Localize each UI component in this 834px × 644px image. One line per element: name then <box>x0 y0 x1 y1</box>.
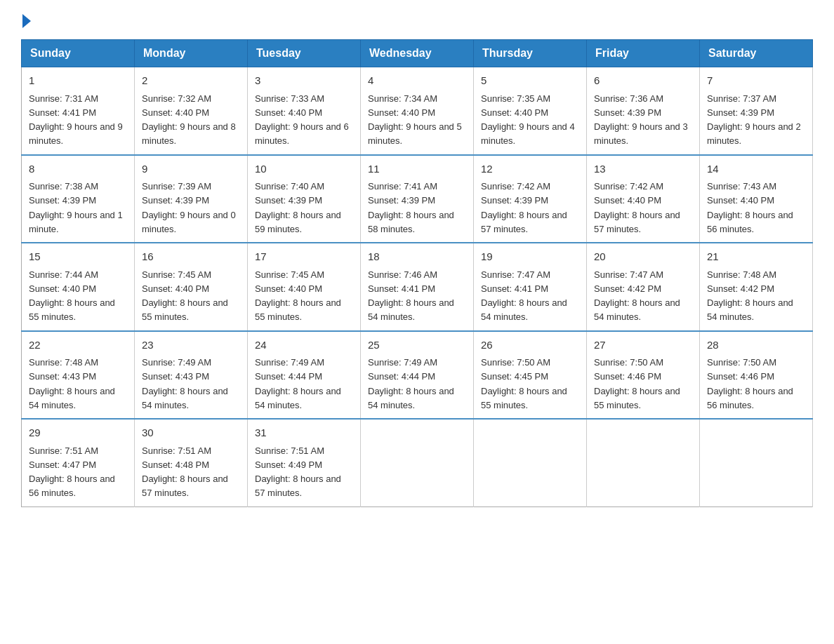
day-info: Sunrise: 7:34 AMSunset: 4:40 PMDaylight:… <box>368 93 462 147</box>
logo <box>21 14 31 25</box>
day-number: 27 <box>594 337 692 354</box>
calendar-cell: 25Sunrise: 7:49 AMSunset: 4:44 PMDayligh… <box>361 331 474 420</box>
calendar-cell <box>361 419 474 507</box>
day-info: Sunrise: 7:51 AMSunset: 4:48 PMDaylight:… <box>142 445 228 499</box>
day-number: 21 <box>707 249 805 265</box>
day-of-week-header: Wednesday <box>361 40 474 67</box>
day-number: 13 <box>594 161 692 177</box>
day-number: 18 <box>368 249 466 265</box>
day-info: Sunrise: 7:39 AMSunset: 4:39 PMDaylight:… <box>142 181 236 234</box>
day-number: 30 <box>142 425 240 441</box>
day-number: 24 <box>255 337 353 354</box>
day-info: Sunrise: 7:47 AMSunset: 4:41 PMDaylight:… <box>481 269 567 323</box>
day-number: 10 <box>255 161 353 177</box>
day-number: 19 <box>481 249 579 265</box>
day-number: 20 <box>594 249 692 265</box>
day-info: Sunrise: 7:45 AMSunset: 4:40 PMDaylight:… <box>255 269 341 323</box>
day-number: 11 <box>368 161 466 177</box>
day-number: 1 <box>29 73 127 89</box>
day-of-week-header: Monday <box>135 40 248 67</box>
day-info: Sunrise: 7:36 AMSunset: 4:39 PMDaylight:… <box>594 93 688 147</box>
calendar-cell: 17Sunrise: 7:45 AMSunset: 4:40 PMDayligh… <box>248 243 361 331</box>
calendar-cell: 10Sunrise: 7:40 AMSunset: 4:39 PMDayligh… <box>248 155 361 243</box>
day-of-week-header: Saturday <box>700 40 813 67</box>
calendar-cell: 13Sunrise: 7:42 AMSunset: 4:40 PMDayligh… <box>587 155 700 243</box>
calendar-cell: 8Sunrise: 7:38 AMSunset: 4:39 PMDaylight… <box>22 155 135 243</box>
day-number: 8 <box>29 161 127 177</box>
day-info: Sunrise: 7:44 AMSunset: 4:40 PMDaylight:… <box>29 269 115 323</box>
day-info: Sunrise: 7:40 AMSunset: 4:39 PMDaylight:… <box>255 181 341 234</box>
calendar-cell: 12Sunrise: 7:42 AMSunset: 4:39 PMDayligh… <box>474 155 587 243</box>
day-number: 16 <box>142 249 240 265</box>
day-info: Sunrise: 7:50 AMSunset: 4:45 PMDaylight:… <box>481 357 567 410</box>
calendar-cell: 6Sunrise: 7:36 AMSunset: 4:39 PMDaylight… <box>587 67 700 155</box>
calendar-cell: 2Sunrise: 7:32 AMSunset: 4:40 PMDaylight… <box>135 67 248 155</box>
day-info: Sunrise: 7:31 AMSunset: 4:41 PMDaylight:… <box>29 93 123 147</box>
day-info: Sunrise: 7:48 AMSunset: 4:43 PMDaylight:… <box>29 357 115 410</box>
calendar-cell: 4Sunrise: 7:34 AMSunset: 4:40 PMDaylight… <box>361 67 474 155</box>
day-info: Sunrise: 7:41 AMSunset: 4:39 PMDaylight:… <box>368 181 454 234</box>
day-of-week-header: Tuesday <box>248 40 361 67</box>
calendar-cell: 31Sunrise: 7:51 AMSunset: 4:49 PMDayligh… <box>248 419 361 507</box>
day-number: 28 <box>707 337 805 354</box>
calendar-week-row: 29Sunrise: 7:51 AMSunset: 4:47 PMDayligh… <box>22 419 813 507</box>
day-number: 2 <box>142 73 240 89</box>
calendar-cell: 24Sunrise: 7:49 AMSunset: 4:44 PMDayligh… <box>248 331 361 420</box>
day-info: Sunrise: 7:42 AMSunset: 4:39 PMDaylight:… <box>481 181 567 234</box>
calendar-cell: 1Sunrise: 7:31 AMSunset: 4:41 PMDaylight… <box>22 67 135 155</box>
calendar-table: SundayMondayTuesdayWednesdayThursdayFrid… <box>21 39 813 507</box>
page-header <box>21 14 813 25</box>
day-info: Sunrise: 7:33 AMSunset: 4:40 PMDaylight:… <box>255 93 349 147</box>
day-number: 7 <box>707 73 805 89</box>
day-info: Sunrise: 7:46 AMSunset: 4:41 PMDaylight:… <box>368 269 454 323</box>
day-number: 14 <box>707 161 805 177</box>
calendar-header-row: SundayMondayTuesdayWednesdayThursdayFrid… <box>22 40 813 67</box>
calendar-cell: 9Sunrise: 7:39 AMSunset: 4:39 PMDaylight… <box>135 155 248 243</box>
day-info: Sunrise: 7:42 AMSunset: 4:40 PMDaylight:… <box>594 181 680 234</box>
day-number: 6 <box>594 73 692 89</box>
day-info: Sunrise: 7:50 AMSunset: 4:46 PMDaylight:… <box>594 357 680 410</box>
calendar-week-row: 8Sunrise: 7:38 AMSunset: 4:39 PMDaylight… <box>22 155 813 243</box>
calendar-cell: 5Sunrise: 7:35 AMSunset: 4:40 PMDaylight… <box>474 67 587 155</box>
calendar-week-row: 1Sunrise: 7:31 AMSunset: 4:41 PMDaylight… <box>22 67 813 155</box>
day-number: 9 <box>142 161 240 177</box>
calendar-cell: 14Sunrise: 7:43 AMSunset: 4:40 PMDayligh… <box>700 155 813 243</box>
day-of-week-header: Friday <box>587 40 700 67</box>
day-number: 12 <box>481 161 579 177</box>
calendar-cell: 30Sunrise: 7:51 AMSunset: 4:48 PMDayligh… <box>135 419 248 507</box>
day-info: Sunrise: 7:49 AMSunset: 4:44 PMDaylight:… <box>368 357 454 410</box>
calendar-cell: 26Sunrise: 7:50 AMSunset: 4:45 PMDayligh… <box>474 331 587 420</box>
day-info: Sunrise: 7:47 AMSunset: 4:42 PMDaylight:… <box>594 269 680 323</box>
day-info: Sunrise: 7:51 AMSunset: 4:47 PMDaylight:… <box>29 445 115 499</box>
calendar-cell: 19Sunrise: 7:47 AMSunset: 4:41 PMDayligh… <box>474 243 587 331</box>
calendar-cell: 18Sunrise: 7:46 AMSunset: 4:41 PMDayligh… <box>361 243 474 331</box>
calendar-cell: 20Sunrise: 7:47 AMSunset: 4:42 PMDayligh… <box>587 243 700 331</box>
day-number: 26 <box>481 337 579 354</box>
day-of-week-header: Thursday <box>474 40 587 67</box>
calendar-cell: 3Sunrise: 7:33 AMSunset: 4:40 PMDaylight… <box>248 67 361 155</box>
day-number: 25 <box>368 337 466 354</box>
calendar-cell: 29Sunrise: 7:51 AMSunset: 4:47 PMDayligh… <box>22 419 135 507</box>
day-of-week-header: Sunday <box>22 40 135 67</box>
logo-arrow-icon <box>22 14 31 28</box>
day-info: Sunrise: 7:45 AMSunset: 4:40 PMDaylight:… <box>142 269 228 323</box>
day-number: 17 <box>255 249 353 265</box>
day-info: Sunrise: 7:49 AMSunset: 4:43 PMDaylight:… <box>142 357 228 410</box>
calendar-cell <box>700 419 813 507</box>
calendar-week-row: 15Sunrise: 7:44 AMSunset: 4:40 PMDayligh… <box>22 243 813 331</box>
day-number: 29 <box>29 425 127 441</box>
day-info: Sunrise: 7:50 AMSunset: 4:46 PMDaylight:… <box>707 357 793 410</box>
day-number: 15 <box>29 249 127 265</box>
day-number: 22 <box>29 337 127 354</box>
day-info: Sunrise: 7:43 AMSunset: 4:40 PMDaylight:… <box>707 181 793 234</box>
calendar-cell: 11Sunrise: 7:41 AMSunset: 4:39 PMDayligh… <box>361 155 474 243</box>
day-number: 5 <box>481 73 579 89</box>
calendar-cell: 23Sunrise: 7:49 AMSunset: 4:43 PMDayligh… <box>135 331 248 420</box>
day-number: 23 <box>142 337 240 354</box>
calendar-cell <box>587 419 700 507</box>
day-info: Sunrise: 7:38 AMSunset: 4:39 PMDaylight:… <box>29 181 123 234</box>
calendar-cell: 7Sunrise: 7:37 AMSunset: 4:39 PMDaylight… <box>700 67 813 155</box>
day-number: 3 <box>255 73 353 89</box>
day-info: Sunrise: 7:51 AMSunset: 4:49 PMDaylight:… <box>255 445 341 499</box>
calendar-cell: 16Sunrise: 7:45 AMSunset: 4:40 PMDayligh… <box>135 243 248 331</box>
